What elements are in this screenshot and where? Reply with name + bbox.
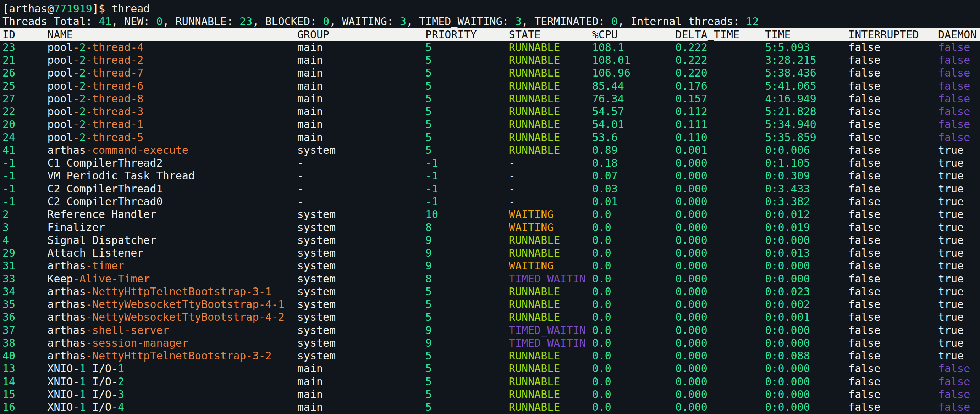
cell-time: 5:38.436 [765, 67, 848, 79]
cell-state: WAITING [509, 208, 592, 221]
thread-name-segment: I/O- [86, 375, 118, 388]
cell-daemon: true [938, 157, 980, 170]
cell-group: - [298, 182, 425, 195]
cell-delta-time: 0.110 [675, 131, 765, 144]
thread-name-segment: I/O- [86, 362, 118, 375]
priority-value: 5 [425, 105, 432, 118]
cell-thread-name: C1 CompilerThread2 [47, 157, 297, 170]
thread-name-segment: C2 CompilerThread1 [47, 182, 162, 195]
cell-time: 0:0.000 [765, 324, 848, 337]
time-value: 0:0.013 [765, 247, 810, 259]
cell-delta-time: 0.220 [675, 67, 765, 79]
cpu-value: 0.0 [592, 324, 611, 336]
state-value: TIMED_WAITIN [509, 273, 586, 285]
delta-time-value: 0.222 [675, 54, 707, 66]
cpu-value: 54.01 [592, 118, 624, 130]
thread-name-segment: -thread-7 [86, 67, 144, 79]
cell-group: system [298, 247, 425, 259]
cell-thread-id: 4 [3, 234, 47, 247]
cell-interrupted: false [848, 105, 938, 118]
cell-interrupted: false [848, 221, 938, 234]
time-value: 0:3.382 [765, 195, 810, 208]
thread-name-segment: - [73, 131, 80, 144]
cpu-value: 0.0 [592, 247, 611, 259]
state-value: RUNNABLE [509, 401, 560, 413]
time-value: 0:0.000 [765, 324, 810, 336]
summary-label: Threads Total: [3, 15, 99, 28]
delta-time-value: 0.000 [675, 298, 707, 311]
thread-name-segment: pool [47, 54, 73, 66]
thread-table: IDNAMEGROUPPRIORITYSTATE%CPUDELTA_TIMETI… [0, 29, 980, 414]
column-header-state: STATE [509, 29, 592, 41]
summary-label: WAITING: [342, 15, 400, 28]
thread-name-segment: -NettyWebsocketTtyBootstrap-4-1 [86, 298, 285, 311]
thread-row: 4Signal Dispatchersystem9RUNNABLE0.00.00… [0, 234, 980, 247]
cell-group: main [298, 67, 425, 79]
cell-thread-id: 38 [3, 337, 47, 349]
thread-name-segment: - [73, 41, 80, 54]
thread-name-segment: 4 [118, 401, 124, 413]
cell-delta-time: 0.000 [675, 157, 765, 170]
thread-name-segment: -NettyWebsocketTtyBootstrap-4-2 [86, 311, 285, 323]
thread-name-segment: 2 [118, 375, 124, 388]
cell-group: main [298, 41, 425, 54]
priority-value: 9 [425, 324, 432, 336]
cell-state: RUNNABLE [509, 234, 592, 247]
cell-priority: 10 [425, 208, 509, 221]
interrupted-value: false [848, 118, 880, 130]
daemon-value: false [938, 80, 970, 92]
thread-name-segment: VM Periodic Task Thread [47, 170, 194, 182]
cell-group: main [298, 118, 425, 131]
prompt-prefix: [arthas@ [3, 3, 54, 15]
cell-time: 0:0.309 [765, 170, 848, 182]
cell-thread-name: pool-2-thread-2 [47, 54, 297, 67]
thread-id: 35 [3, 298, 15, 311]
cell-daemon: false [938, 54, 980, 67]
cpu-value: 76.34 [592, 92, 624, 105]
state-value: WAITING [509, 221, 554, 233]
cell-daemon: false [938, 375, 980, 388]
group-value: system [298, 286, 336, 298]
column-header-daemon: DAEMON [938, 29, 980, 41]
priority-value: -1 [425, 170, 438, 182]
cell-priority: 5 [425, 375, 509, 388]
cell-cpu: 0.07 [592, 170, 676, 182]
cell-delta-time: 0.112 [675, 105, 765, 118]
summary-value: 3 [515, 15, 522, 28]
thread-name-segment: 2 [80, 105, 86, 118]
cell-thread-name: XNIO-1 I/O-2 [47, 375, 297, 388]
cell-daemon: false [938, 80, 980, 92]
state-value: RUNNABLE [509, 80, 560, 92]
daemon-value: true [938, 182, 964, 195]
cell-time: 5:41.065 [765, 80, 848, 92]
thread-name-segment: -thread-2 [86, 54, 144, 66]
cell-thread-id: 25 [3, 80, 47, 92]
cell-cpu: 0.0 [592, 349, 676, 362]
cell-interrupted: false [848, 170, 938, 182]
thread-name-segment: XNIO- [47, 401, 79, 413]
cpu-value: 0.0 [592, 337, 611, 349]
cell-interrupted: false [848, 54, 938, 67]
state-value: - [509, 157, 515, 169]
summary-separator: , [522, 15, 535, 28]
thread-name-segment: 2 [80, 131, 86, 144]
cell-group: system [298, 349, 425, 362]
summary-separator: , [163, 15, 176, 28]
cell-delta-time: 0.001 [675, 144, 765, 157]
typed-command: thread [111, 3, 150, 15]
time-value: 0:0.000 [765, 401, 810, 413]
thread-id: 27 [3, 92, 15, 105]
time-value: 5:35.859 [765, 131, 816, 144]
cell-state: RUNNABLE [509, 311, 592, 324]
priority-value: 5 [425, 362, 432, 375]
cell-cpu: 0.0 [592, 388, 676, 401]
cell-delta-time: 0.000 [675, 349, 765, 362]
priority-value: 5 [425, 131, 432, 144]
thread-id: 38 [3, 337, 15, 349]
cell-priority: -1 [425, 157, 509, 170]
thread-name-segment: pool [47, 105, 73, 118]
summary-label: RUNNABLE: [176, 15, 240, 28]
daemon-value: false [938, 401, 970, 413]
priority-value: 5 [425, 298, 432, 311]
cell-daemon: true [938, 247, 980, 259]
